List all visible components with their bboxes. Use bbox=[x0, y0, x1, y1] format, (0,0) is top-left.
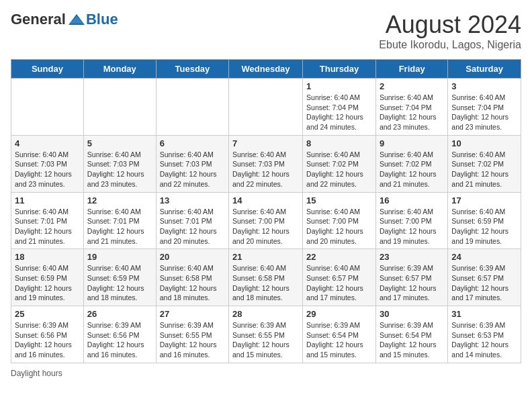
day-info: Sunrise: 6:40 AM Sunset: 6:58 PM Dayligh… bbox=[232, 263, 299, 303]
day-number: 11 bbox=[15, 195, 80, 205]
calendar-cell: 13Sunrise: 6:40 AM Sunset: 7:01 PM Dayli… bbox=[156, 192, 228, 249]
day-info: Sunrise: 6:39 AM Sunset: 6:54 PM Dayligh… bbox=[380, 320, 444, 360]
day-info: Sunrise: 6:39 AM Sunset: 6:55 PM Dayligh… bbox=[160, 320, 225, 360]
calendar-cell: 1Sunrise: 6:40 AM Sunset: 7:04 PM Daylig… bbox=[303, 79, 376, 136]
calendar-cell: 31Sunrise: 6:39 AM Sunset: 6:53 PM Dayli… bbox=[448, 306, 521, 363]
day-info: Sunrise: 6:40 AM Sunset: 6:57 PM Dayligh… bbox=[306, 263, 372, 303]
calendar-cell: 8Sunrise: 6:40 AM Sunset: 7:02 PM Daylig… bbox=[303, 135, 376, 192]
day-info: Sunrise: 6:40 AM Sunset: 6:58 PM Dayligh… bbox=[160, 263, 225, 303]
day-info: Sunrise: 6:39 AM Sunset: 6:56 PM Dayligh… bbox=[87, 320, 152, 360]
calendar-cell: 6Sunrise: 6:40 AM Sunset: 7:03 PM Daylig… bbox=[156, 135, 228, 192]
header: General Blue August 2024 Ebute Ikorodu, … bbox=[11, 11, 521, 51]
calendar-cell: 18Sunrise: 6:40 AM Sunset: 6:59 PM Dayli… bbox=[11, 249, 84, 306]
calendar-cell: 25Sunrise: 6:39 AM Sunset: 6:56 PM Dayli… bbox=[11, 306, 84, 363]
day-info: Sunrise: 6:39 AM Sunset: 6:55 PM Dayligh… bbox=[232, 320, 299, 360]
logo-general-text: General bbox=[11, 11, 66, 28]
calendar-cell: 22Sunrise: 6:40 AM Sunset: 6:57 PM Dayli… bbox=[303, 249, 376, 306]
calendar-week-row: 4Sunrise: 6:40 AM Sunset: 7:03 PM Daylig… bbox=[11, 135, 521, 192]
day-info: Sunrise: 6:40 AM Sunset: 7:01 PM Dayligh… bbox=[15, 207, 80, 246]
day-info: Sunrise: 6:40 AM Sunset: 6:59 PM Dayligh… bbox=[451, 207, 517, 246]
logo: General Blue bbox=[11, 11, 118, 28]
day-info: Sunrise: 6:40 AM Sunset: 7:04 PM Dayligh… bbox=[451, 93, 517, 132]
calendar-cell bbox=[83, 79, 156, 136]
day-number: 7 bbox=[232, 138, 299, 148]
day-info: Sunrise: 6:39 AM Sunset: 6:53 PM Dayligh… bbox=[451, 320, 517, 360]
day-number: 25 bbox=[15, 309, 80, 319]
day-info: Sunrise: 6:40 AM Sunset: 7:00 PM Dayligh… bbox=[380, 207, 444, 246]
calendar-cell: 9Sunrise: 6:40 AM Sunset: 7:02 PM Daylig… bbox=[375, 135, 447, 192]
day-number: 12 bbox=[87, 195, 152, 205]
day-info: Sunrise: 6:40 AM Sunset: 7:03 PM Dayligh… bbox=[160, 150, 225, 189]
title-area: August 2024 Ebute Ikorodu, Lagos, Nigeri… bbox=[379, 11, 521, 51]
day-number: 30 bbox=[380, 309, 444, 319]
day-info: Sunrise: 6:39 AM Sunset: 6:56 PM Dayligh… bbox=[15, 320, 80, 360]
day-number: 17 bbox=[451, 195, 517, 205]
calendar-cell: 28Sunrise: 6:39 AM Sunset: 6:55 PM Dayli… bbox=[229, 306, 303, 363]
day-number: 13 bbox=[160, 195, 225, 205]
day-number: 31 bbox=[451, 309, 517, 319]
day-info: Sunrise: 6:39 AM Sunset: 6:57 PM Dayligh… bbox=[380, 263, 444, 303]
calendar-week-row: 11Sunrise: 6:40 AM Sunset: 7:01 PM Dayli… bbox=[11, 192, 521, 249]
calendar-cell: 4Sunrise: 6:40 AM Sunset: 7:03 PM Daylig… bbox=[11, 135, 84, 192]
calendar-cell: 11Sunrise: 6:40 AM Sunset: 7:01 PM Dayli… bbox=[11, 192, 84, 249]
calendar-cell: 17Sunrise: 6:40 AM Sunset: 6:59 PM Dayli… bbox=[448, 192, 521, 249]
day-number: 27 bbox=[160, 309, 225, 319]
day-info: Sunrise: 6:40 AM Sunset: 7:02 PM Dayligh… bbox=[451, 150, 517, 189]
footer-note: Daylight hours bbox=[11, 369, 521, 378]
day-info: Sunrise: 6:40 AM Sunset: 7:03 PM Dayligh… bbox=[87, 150, 152, 189]
calendar-day-header: Wednesday bbox=[229, 60, 303, 79]
calendar-cell: 24Sunrise: 6:39 AM Sunset: 6:57 PM Dayli… bbox=[448, 249, 521, 306]
calendar-cell bbox=[11, 79, 84, 136]
calendar-day-header: Monday bbox=[83, 60, 156, 79]
day-info: Sunrise: 6:40 AM Sunset: 7:03 PM Dayligh… bbox=[15, 150, 80, 189]
day-info: Sunrise: 6:40 AM Sunset: 6:59 PM Dayligh… bbox=[15, 263, 80, 303]
day-info: Sunrise: 6:40 AM Sunset: 7:01 PM Dayligh… bbox=[160, 207, 225, 246]
calendar-cell: 20Sunrise: 6:40 AM Sunset: 6:58 PM Dayli… bbox=[156, 249, 228, 306]
day-number: 22 bbox=[306, 252, 372, 262]
day-number: 10 bbox=[451, 138, 517, 148]
calendar-cell: 2Sunrise: 6:40 AM Sunset: 7:04 PM Daylig… bbox=[375, 79, 447, 136]
day-number: 18 bbox=[15, 252, 80, 262]
day-info: Sunrise: 6:40 AM Sunset: 7:02 PM Dayligh… bbox=[306, 150, 372, 189]
calendar-cell: 21Sunrise: 6:40 AM Sunset: 6:58 PM Dayli… bbox=[229, 249, 303, 306]
logo-blue-text: Blue bbox=[86, 11, 118, 28]
day-number: 21 bbox=[232, 252, 299, 262]
calendar-cell: 30Sunrise: 6:39 AM Sunset: 6:54 PM Dayli… bbox=[375, 306, 447, 363]
day-number: 23 bbox=[380, 252, 444, 262]
day-info: Sunrise: 6:39 AM Sunset: 6:54 PM Dayligh… bbox=[306, 320, 372, 360]
day-number: 8 bbox=[306, 138, 372, 148]
calendar-cell: 23Sunrise: 6:39 AM Sunset: 6:57 PM Dayli… bbox=[375, 249, 447, 306]
calendar-table: SundayMondayTuesdayWednesdayThursdayFrid… bbox=[11, 59, 521, 363]
calendar-day-header: Saturday bbox=[448, 60, 521, 79]
day-info: Sunrise: 6:40 AM Sunset: 7:03 PM Dayligh… bbox=[232, 150, 299, 189]
day-info: Sunrise: 6:39 AM Sunset: 6:57 PM Dayligh… bbox=[451, 263, 517, 303]
day-number: 9 bbox=[380, 138, 444, 148]
day-number: 26 bbox=[87, 309, 152, 319]
calendar-cell: 19Sunrise: 6:40 AM Sunset: 6:59 PM Dayli… bbox=[83, 249, 156, 306]
calendar-week-row: 1Sunrise: 6:40 AM Sunset: 7:04 PM Daylig… bbox=[11, 79, 521, 136]
day-info: Sunrise: 6:40 AM Sunset: 6:59 PM Dayligh… bbox=[87, 263, 152, 303]
calendar-body: 1Sunrise: 6:40 AM Sunset: 7:04 PM Daylig… bbox=[11, 79, 521, 363]
day-number: 6 bbox=[160, 138, 225, 148]
calendar-cell bbox=[229, 79, 303, 136]
day-number: 19 bbox=[87, 252, 152, 262]
day-info: Sunrise: 6:40 AM Sunset: 7:04 PM Dayligh… bbox=[380, 93, 444, 132]
calendar-cell: 7Sunrise: 6:40 AM Sunset: 7:03 PM Daylig… bbox=[229, 135, 303, 192]
day-number: 14 bbox=[232, 195, 299, 205]
day-info: Sunrise: 6:40 AM Sunset: 7:01 PM Dayligh… bbox=[87, 207, 152, 246]
svg-marker-1 bbox=[70, 16, 83, 24]
day-number: 3 bbox=[451, 81, 517, 91]
day-number: 15 bbox=[306, 195, 372, 205]
calendar-cell: 16Sunrise: 6:40 AM Sunset: 7:00 PM Dayli… bbox=[375, 192, 447, 249]
calendar-day-header: Friday bbox=[375, 60, 447, 79]
calendar-header-row: SundayMondayTuesdayWednesdayThursdayFrid… bbox=[11, 60, 521, 79]
day-number: 28 bbox=[232, 309, 299, 319]
day-info: Sunrise: 6:40 AM Sunset: 7:02 PM Dayligh… bbox=[380, 150, 444, 189]
calendar-cell: 15Sunrise: 6:40 AM Sunset: 7:00 PM Dayli… bbox=[303, 192, 376, 249]
day-number: 5 bbox=[87, 138, 152, 148]
day-info: Sunrise: 6:40 AM Sunset: 7:04 PM Dayligh… bbox=[306, 93, 372, 132]
calendar-cell bbox=[156, 79, 228, 136]
day-number: 1 bbox=[306, 81, 372, 91]
calendar-week-row: 18Sunrise: 6:40 AM Sunset: 6:59 PM Dayli… bbox=[11, 249, 521, 306]
calendar-cell: 26Sunrise: 6:39 AM Sunset: 6:56 PM Dayli… bbox=[83, 306, 156, 363]
